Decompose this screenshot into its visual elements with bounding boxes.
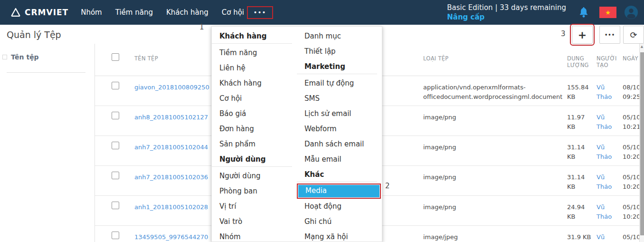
more-actions-button[interactable]: ••• (599, 26, 620, 44)
dropdown-menu-item[interactable]: Sản phẩm (212, 136, 297, 152)
scrollbar-up-arrow[interactable]: ▲ (640, 45, 644, 48)
dropdown-menu-item[interactable]: Liên hệ (212, 60, 297, 76)
scrollbar-thumb[interactable] (640, 52, 644, 235)
dropdown-menu-item[interactable]: Phòng ban (212, 184, 297, 199)
file-type: image/png (418, 136, 562, 152)
dropdown-menu-item[interactable]: Hoạt động (297, 199, 382, 214)
dropdown-menu-item[interactable]: Đơn hàng (212, 121, 297, 136)
dropdown-menu-item[interactable]: Nhóm (212, 229, 297, 242)
dropdown-menu-item[interactable]: Khách hàng (212, 76, 297, 91)
dropdown-menu-item[interactable]: Khác (297, 167, 377, 182)
dropdown-menu-item[interactable]: Marketing (297, 59, 377, 74)
upgrade-link[interactable]: Nâng cấp (447, 12, 566, 22)
filter-checkbox[interactable] (2, 55, 7, 59)
add-file-button[interactable]: + (572, 26, 593, 44)
filter-sidebar: Tên tệp (0, 44, 95, 242)
file-creator-link[interactable]: Vũ Thảo (597, 203, 612, 220)
annotation-number-1: 1 (199, 23, 204, 31)
row-checkbox[interactable] (112, 172, 119, 179)
dropdown-menu-item[interactable]: Lịch sử email (297, 106, 382, 121)
file-size: 155.84 KB (562, 76, 592, 102)
file-date: 05/10 10:21 (619, 106, 639, 132)
app-window: CRMVIET Nhóm Tiềm năng Khách hàng Cơ hội… (0, 0, 644, 242)
file-name-link[interactable]: 13459505_9976544270 (134, 233, 208, 241)
dropdown-menu-item[interactable]: Ghi chú (297, 214, 382, 229)
navbar-right: Basic Edition | 33 days remaining Nâng c… (447, 0, 644, 25)
crmviet-logo[interactable]: CRMVIET (10, 7, 68, 18)
nav-menu-item[interactable]: Khách hàng (166, 8, 208, 17)
vertical-scrollbar[interactable]: ▲ (639, 44, 644, 242)
file-creator-link[interactable]: Vũ Thảo (597, 84, 612, 100)
file-type: application/vnd.openxmlformats-officedoc… (418, 76, 562, 102)
flag-star: ★ (605, 9, 611, 16)
file-creator-link[interactable]: Vũ Thảo (597, 144, 612, 160)
dropdown-menu-item[interactable]: Người dùng (212, 152, 292, 167)
file-creator-link[interactable]: Vũ Thảo (597, 233, 612, 242)
col-header-type[interactable]: LOẠI TỆP (418, 44, 562, 62)
file-date: 05/10 10:20 (619, 166, 639, 192)
dropdown-menu-item[interactable]: Người dùng (212, 168, 297, 184)
edition-text: Basic Edition | 33 days remaining (447, 3, 566, 12)
dropdown-menu-item[interactable]: Webform (297, 121, 382, 136)
dropdown-menu-item[interactable]: Danh mục (297, 29, 382, 44)
dropdown-menu-item[interactable]: Mẫu email (297, 152, 382, 167)
logo-triangle-icon (10, 7, 21, 18)
dropdown-menu-item[interactable]: Tiềm năng (212, 45, 297, 60)
file-size: 24.94 KB (562, 196, 592, 222)
dropdown-menu-item[interactable]: Thiết lập (297, 44, 382, 59)
file-creator-link[interactable]: Vũ Thảo (597, 174, 612, 190)
file-name-link[interactable]: giavon_2018100809250 (134, 84, 209, 91)
dropdown-right-column: Danh mục Thiết lập Marketing Email tự độ… (297, 29, 382, 242)
top-navbar: CRMVIET Nhóm Tiềm năng Khách hàng Cơ hội… (0, 0, 644, 25)
plus-icon: + (578, 29, 587, 41)
sidebar-divider (7, 72, 85, 73)
col-header-size[interactable]: DUNG LƯỢNG (562, 44, 592, 68)
select-all-checkbox[interactable] (112, 53, 119, 61)
dropdown-menu-item[interactable]: Danh sách email (297, 136, 382, 152)
annotation-number-2: 2 (385, 182, 390, 190)
user-avatar-icon[interactable] (624, 5, 638, 19)
file-date: 08/10 09:25 (619, 76, 639, 102)
file-date: 05/10 10:20 (619, 196, 639, 222)
row-checkbox[interactable] (112, 202, 119, 209)
file-size: 31.14 KB (562, 166, 592, 192)
notifications-bell-icon[interactable] (578, 6, 589, 19)
dropdown-menu-item[interactable]: Media (297, 184, 381, 199)
col-header-creator[interactable]: NGƯỜI TẠO (592, 44, 619, 68)
page-title: Quản lý Tệp (7, 29, 61, 40)
row-checkbox[interactable] (112, 142, 119, 149)
file-creator-link[interactable]: Vũ Thảo (597, 114, 612, 130)
nav-menu-item[interactable]: Nhóm (81, 8, 102, 17)
file-size: 11.97 KB (562, 106, 592, 132)
row-checkbox[interactable] (112, 82, 119, 89)
refresh-icon: ⟳ (630, 30, 637, 40)
dropdown-left-column: Khách hàng Tiềm năng Liên hệ Khách hàng … (212, 29, 297, 242)
file-name-link[interactable]: anh1_20181005102028 (134, 203, 208, 211)
file-type: image/png (418, 106, 562, 122)
edition-info: Basic Edition | 33 days remaining Nâng c… (447, 3, 566, 22)
row-checkbox[interactable] (112, 232, 119, 239)
main-menu: Nhóm Tiềm năng Khách hàng Cơ hội (81, 8, 244, 17)
dropdown-menu-item[interactable]: Mạng xã hội (297, 229, 382, 242)
file-name-link[interactable]: anh8_20181005102127 (134, 114, 208, 121)
dropdown-menu-item[interactable]: Khách hàng (212, 29, 292, 44)
nav-menu-item[interactable]: Cơ hội (222, 8, 244, 17)
file-size: 31.14 KB (562, 136, 592, 162)
dropdown-menu-item[interactable]: Email tự động (297, 76, 382, 91)
dropdown-menu-item[interactable]: Vai trò (212, 214, 297, 229)
dropdown-menu-item[interactable]: Báo giá (212, 106, 297, 121)
modules-dropdown-menu: Khách hàng Tiềm năng Liên hệ Khách hàng … (211, 26, 382, 242)
file-name-link[interactable]: anh7_20181005102044 (134, 144, 208, 151)
dropdown-menu-item[interactable]: SMS (297, 91, 382, 106)
file-type: image/jpeg (418, 226, 562, 242)
row-checkbox[interactable] (112, 112, 119, 119)
dropdown-menu-item[interactable]: Cơ hội (212, 91, 297, 106)
filter-label: Tên tệp (11, 53, 39, 61)
dropdown-menu-item[interactable]: Vị trí (212, 199, 297, 214)
file-name-link[interactable]: anh7_20181005102036 (134, 174, 208, 181)
col-header-date[interactable]: NGÀY (619, 44, 639, 62)
refresh-button[interactable]: ⟳ (623, 26, 644, 44)
language-flag-icon[interactable]: ★ (599, 7, 616, 18)
nav-menu-item[interactable]: Tiềm năng (115, 8, 153, 17)
nav-more-button[interactable]: ••• (247, 6, 273, 19)
